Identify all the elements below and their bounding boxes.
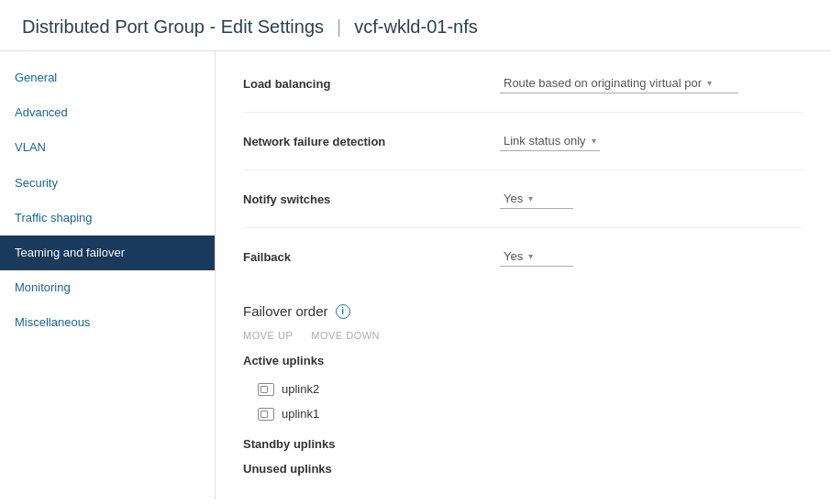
uplink-label: uplink1 [282, 407, 319, 421]
label-load-balancing: Load balancing [243, 77, 500, 91]
chevron-down-icon: ▾ [707, 78, 712, 88]
main-content: Load balancingRoute based on originating… [216, 51, 831, 499]
page-subtitle: vcf-wkld-01-nfs [354, 16, 477, 38]
label-failback: Failback [243, 250, 500, 264]
page-title: Distributed Port Group - Edit Settings [22, 16, 324, 38]
dropdown-value-notify-switches: Yes [504, 192, 523, 205]
chevron-down-icon: ▾ [528, 193, 533, 203]
value-failback: Yes▾ [500, 247, 803, 267]
dropdown-value-load-balancing: Route based on originating virtual por [504, 76, 702, 90]
standby-section: Standby uplinks [243, 437, 803, 451]
chevron-down-icon: ▾ [528, 251, 533, 261]
form-row-load-balancing: Load balancingRoute based on originating… [243, 73, 803, 113]
value-load-balancing: Route based on originating virtual por▾ [500, 73, 803, 93]
value-network-failure-detection: Link status only▾ [500, 131, 803, 151]
label-notify-switches: Notify switches [243, 192, 500, 206]
sidebar-item-teaming-and-failover[interactable]: Teaming and failover [0, 236, 215, 270]
active-uplinks-title: Active uplinks [243, 354, 803, 367]
failover-info-icon[interactable]: i [336, 304, 350, 319]
sidebar-item-traffic-shaping[interactable]: Traffic shaping [0, 201, 215, 236]
move-actions: MOVE UP MOVE DOWN [243, 330, 803, 341]
dropdown-network-failure-detection[interactable]: Link status only▾ [500, 131, 600, 151]
header-divider: | [337, 16, 341, 38]
form-row-network-failure-detection: Network failure detectionLink status onl… [243, 131, 803, 170]
sidebar-item-vlan[interactable]: VLAN [0, 130, 215, 165]
unused-uplinks-title: Unused uplinks [243, 462, 803, 476]
sidebar-item-miscellaneous[interactable]: Miscellaneous [0, 305, 215, 340]
uplink-label: uplink2 [282, 382, 319, 396]
standby-uplinks-title: Standby uplinks [243, 437, 803, 451]
chevron-down-icon: ▾ [592, 136, 596, 146]
value-notify-switches: Yes▾ [500, 189, 803, 209]
label-network-failure-detection: Network failure detection [243, 135, 500, 148]
dropdown-value-network-failure-detection: Link status only [504, 134, 586, 148]
page-header: Distributed Port Group - Edit Settings |… [0, 0, 831, 51]
uplinks-list: uplink2uplink1 [243, 377, 803, 426]
sidebar-item-general[interactable]: General [0, 60, 215, 95]
uplink-item-uplink1[interactable]: uplink1 [243, 401, 803, 426]
dropdown-load-balancing[interactable]: Route based on originating virtual por▾ [500, 73, 738, 93]
dropdown-value-failback: Yes [504, 249, 523, 263]
uplink-icon [258, 408, 274, 421]
uplink-icon [258, 383, 274, 396]
move-down-button[interactable]: MOVE DOWN [311, 330, 380, 341]
unused-section: Unused uplinks [243, 462, 803, 476]
uplink-item-uplink2[interactable]: uplink2 [243, 377, 803, 401]
failover-order-section: Failover order i MOVE UP MOVE DOWN Activ… [243, 303, 803, 476]
form-row-failback: FailbackYes▾ [243, 247, 803, 285]
move-up-button[interactable]: MOVE UP [243, 330, 293, 341]
dropdown-failback[interactable]: Yes▾ [500, 247, 573, 267]
sidebar: GeneralAdvancedVLANSecurityTraffic shapi… [0, 51, 216, 499]
failover-order-title: Failover order i [243, 303, 803, 319]
form-row-notify-switches: Notify switchesYes▾ [243, 189, 803, 228]
settings-form: Load balancingRoute based on originating… [243, 73, 803, 285]
sidebar-item-advanced[interactable]: Advanced [0, 95, 215, 130]
sidebar-item-security[interactable]: Security [0, 166, 215, 201]
dropdown-notify-switches[interactable]: Yes▾ [500, 189, 573, 209]
content-area: GeneralAdvancedVLANSecurityTraffic shapi… [0, 51, 831, 499]
sidebar-item-monitoring[interactable]: Monitoring [0, 270, 215, 305]
